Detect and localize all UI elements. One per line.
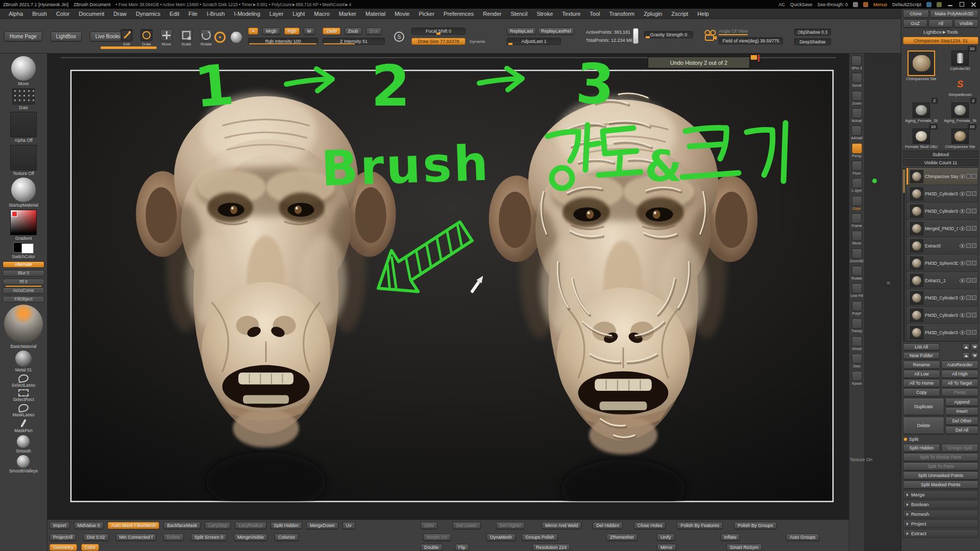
subtool-row[interactable]: PM3D_Cylinder3D4 xyxy=(906,307,978,324)
menu-item[interactable]: Macro xyxy=(309,10,334,18)
smart-resym-button[interactable]: Smart ReSym xyxy=(726,544,762,551)
uv-icon[interactable] xyxy=(972,330,976,335)
deformation-button[interactable]: Inflate xyxy=(721,534,741,541)
dynamesh-option-button[interactable]: Double xyxy=(421,544,443,551)
tool-item[interactable]: 10 Female Skull OBJ xyxy=(903,124,940,149)
texture-on-label[interactable]: Texture On xyxy=(850,457,872,462)
list-all-button[interactable]: List All xyxy=(903,343,940,350)
config-icon[interactable] xyxy=(937,2,942,7)
menu-item[interactable]: Edit xyxy=(165,10,184,18)
menu-item[interactable]: Stencil xyxy=(506,10,532,18)
split-action-button[interactable]: Split To Parts xyxy=(903,462,978,470)
tool-item[interactable]: 10 Cylinder3D xyxy=(942,46,978,71)
subtool-row[interactable]: PM3D_Cylinder3D3_1 xyxy=(906,185,978,203)
visibility-eye-icon[interactable] xyxy=(960,313,965,317)
visibility-eye-icon[interactable] xyxy=(960,279,965,283)
del-other-button[interactable]: Del Other xyxy=(945,417,978,425)
sidebar-item[interactable]: StartupMaterial xyxy=(9,178,38,208)
menu-item[interactable]: Zscript xyxy=(667,10,693,18)
palette-icon[interactable] xyxy=(853,2,858,7)
new-folder-button[interactable]: New Folder xyxy=(903,352,940,359)
menu-item[interactable]: Document xyxy=(74,10,109,18)
sidebar-item[interactable]: FillObject xyxy=(3,296,44,303)
goz-visible-button[interactable]: Visible xyxy=(954,19,978,28)
menu-item[interactable]: Layer xyxy=(265,10,288,18)
sdiv-button[interactable]: Del Lower xyxy=(453,522,481,529)
menu-item[interactable]: Stroke xyxy=(532,10,557,18)
current-tool-slider[interactable]: Chimpanzee Step1234. 51 xyxy=(903,37,978,44)
geometry-button[interactable]: LazyRadius xyxy=(235,522,266,529)
tool-item[interactable]: Chimpanzee Ste xyxy=(903,46,940,97)
clone-button[interactable]: Clone xyxy=(903,10,929,18)
focal-shift-slider[interactable]: Focal Shift 0 xyxy=(411,28,465,35)
right-shelf-button[interactable]: PolyF xyxy=(852,301,862,315)
sidebar-item[interactable]: Texture Off xyxy=(10,145,37,176)
menu-item[interactable]: Brush xyxy=(28,10,52,18)
subtool-action-button[interactable]: All High xyxy=(941,370,978,378)
uv-icon[interactable] xyxy=(972,261,976,265)
document-canvas[interactable]: 1 2 3 Brush & xyxy=(47,54,849,519)
sidebar-item[interactable]: Dots xyxy=(12,88,35,110)
replay-last-button[interactable]: ReplayLast xyxy=(507,28,536,35)
palette-section[interactable]: Remesh xyxy=(903,510,978,518)
quicksave-button[interactable]: QuickSave xyxy=(790,2,813,7)
subtool-header[interactable]: Subtool xyxy=(903,151,978,158)
right-shelf-button[interactable]: Line Fill xyxy=(850,283,863,297)
close-icon[interactable] xyxy=(970,2,977,7)
palette-section[interactable]: Project xyxy=(903,519,978,528)
subtool-action-button[interactable]: All To Home xyxy=(903,379,940,387)
sidebar-item[interactable]: Alpha Off xyxy=(10,112,37,143)
deep-shadow-slider[interactable]: DeepShadow xyxy=(794,38,831,45)
transform-mode-button[interactable]: Move xyxy=(158,29,175,46)
draw-size-slider[interactable]: Draw Size 77.02378 xyxy=(411,38,465,45)
project-button[interactable]: Split Screen 0 xyxy=(191,534,227,541)
sidebar-item[interactable]: SelectRect xyxy=(13,389,34,402)
subtool-row[interactable]: Merged_PM3D_Cylinder3D5 xyxy=(906,220,978,237)
right-shelf-button[interactable]: Move xyxy=(852,231,862,245)
goz-all-button[interactable]: All xyxy=(928,19,953,28)
stroke-sphere-icon[interactable] xyxy=(231,32,242,43)
project-button[interactable]: Delete xyxy=(163,534,184,541)
zremesher-button[interactable]: ZRemesher xyxy=(606,534,638,541)
uv-icon[interactable] xyxy=(972,278,976,283)
uv-icon[interactable] xyxy=(972,191,976,196)
sidebar-item[interactable]: Metal 01 xyxy=(15,350,32,372)
menu-item[interactable]: Help xyxy=(693,10,714,18)
menu-item[interactable]: Color xyxy=(52,10,74,18)
menu-item[interactable]: Texture xyxy=(557,10,585,18)
polypaint-icon[interactable] xyxy=(966,261,971,265)
project-button[interactable]: Dist 0.02 xyxy=(83,534,109,541)
right-shelf-button[interactable]: Gxyz xyxy=(852,196,862,210)
color-mode-button[interactable]: Mrgb xyxy=(262,28,280,35)
fov-slider[interactable]: Field of view(deg) 39.59775 xyxy=(719,37,783,44)
menu-item[interactable]: Tool xyxy=(585,10,604,18)
tool-item[interactable]: 10 Chimpanzee Ste xyxy=(942,124,978,149)
subtool-up-icon[interactable] xyxy=(962,343,970,350)
default-zscript-button[interactable]: DefaultZScript xyxy=(892,2,921,7)
lightbox-button[interactable]: LightBox xyxy=(51,32,82,41)
theme-icon[interactable] xyxy=(926,2,932,7)
project-button[interactable]: Colorize xyxy=(275,534,299,541)
visibility-eye-icon[interactable] xyxy=(960,261,965,265)
right-shelf-button[interactable]: SPix 3 xyxy=(851,56,862,70)
obj-shadow-slider[interactable]: ObjShadow 0.3 xyxy=(794,29,831,36)
menu-item[interactable]: Material xyxy=(361,10,390,18)
subtool-row[interactable]: Chimpanzee Step1234 xyxy=(906,168,978,185)
menu-item[interactable]: File xyxy=(184,10,202,18)
tool-item[interactable]: 2 Aging_Female_St xyxy=(942,98,978,123)
modify-topology-button[interactable]: Close Holes xyxy=(634,522,666,529)
subtool-row[interactable]: PM3D_Sphere3D1 xyxy=(906,255,978,272)
menu-item[interactable]: Zplugin xyxy=(639,10,667,18)
sidebar-item[interactable]: MaskLasso xyxy=(13,404,35,417)
z-intensity-slider[interactable]: Z Intensity 51 xyxy=(323,38,385,45)
see-through-slider[interactable]: See-through: 0 xyxy=(817,2,848,7)
right-shelf-button[interactable]: Floor xyxy=(852,161,862,175)
menu-item[interactable]: Dynamics xyxy=(131,10,165,18)
visibility-eye-icon[interactable] xyxy=(960,331,965,335)
palette-tab[interactable]: Color xyxy=(81,544,100,551)
split-action-button[interactable]: Split Hidden xyxy=(903,444,940,452)
visibility-eye-icon[interactable] xyxy=(960,192,965,196)
sidebar-item[interactable]: Gradient xyxy=(10,210,37,241)
geometry-button[interactable]: Auto Mask FiberMesh xyxy=(108,522,160,529)
subtool-row[interactable]: PM3D_Cylinder3D3 xyxy=(906,289,978,307)
